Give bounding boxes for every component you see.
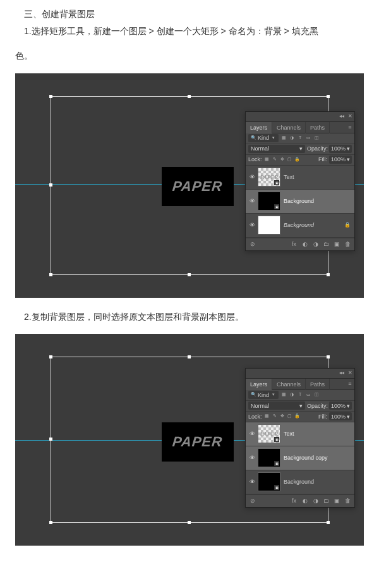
layer-name[interactable]: Background copy (282, 453, 352, 463)
layer-row-text[interactable]: 👁 PAPER ▣ Text (246, 166, 354, 190)
blend-mode-dropdown[interactable]: Normal ▾ (248, 401, 305, 410)
link-layers-icon[interactable]: ⊘ (248, 240, 256, 248)
layer-style-icon[interactable]: fx (290, 497, 298, 505)
lock-pixels-icon[interactable]: ▦ (264, 413, 270, 420)
resize-handle[interactable] (49, 273, 52, 276)
filter-smart-icon[interactable]: ◫ (313, 135, 320, 142)
lock-brush-icon[interactable]: ✎ (272, 157, 278, 163)
layer-name[interactable]: Background (282, 477, 352, 487)
visibility-toggle[interactable]: 👁 (248, 453, 256, 463)
layer-row-background-copy[interactable]: 👁 ▣ Background copy (246, 446, 354, 470)
filter-adjust-icon[interactable]: ◑ (289, 392, 295, 398)
filter-shape-icon[interactable]: ▭ (305, 135, 311, 142)
resize-handle[interactable] (188, 355, 191, 358)
kind-filter-dropdown[interactable]: 🔍 Kind ▾ (248, 134, 279, 142)
layer-name[interactable]: Text (282, 172, 352, 182)
filter-shape-icon[interactable]: ▭ (305, 392, 311, 398)
resize-handle[interactable] (49, 438, 52, 441)
lock-all-icon[interactable]: 🔒 (294, 157, 301, 163)
chevron-down-icon: ▾ (347, 144, 350, 154)
fill-label: Fill: (318, 154, 327, 164)
add-mask-icon[interactable]: ◐ (301, 240, 309, 248)
lock-artboard-icon[interactable]: ▢ (287, 157, 293, 163)
lock-position-icon[interactable]: ✥ (279, 157, 286, 163)
paper-text: PAPER (171, 429, 224, 455)
new-group-icon[interactable]: 🗀 (322, 497, 330, 505)
adjustment-layer-icon[interactable]: ◑ (311, 240, 320, 248)
chevron-down-icon: ▾ (347, 154, 350, 164)
collapse-icon[interactable]: ◂◂ (339, 370, 345, 376)
blend-mode-row: Normal ▾ Opacity: 100%▾ (246, 144, 354, 155)
lock-artboard-icon[interactable]: ▢ (287, 413, 293, 420)
fill-value-dropdown[interactable]: 100%▾ (329, 156, 352, 164)
delete-layer-icon[interactable]: 🗑 (344, 497, 352, 505)
lock-all-icon[interactable]: 🔒 (294, 413, 301, 420)
resize-handle[interactable] (49, 183, 52, 187)
search-icon: 🔍 (250, 135, 256, 142)
layer-row-background[interactable]: 👁 ▣ Background (246, 470, 354, 494)
resize-handle[interactable] (49, 355, 52, 358)
new-layer-icon[interactable]: ▣ (333, 497, 341, 505)
tab-paths[interactable]: Paths (306, 122, 330, 133)
lock-position-icon[interactable]: ✥ (279, 413, 286, 420)
resize-handle[interactable] (188, 273, 191, 276)
filter-image-icon[interactable]: ▦ (280, 392, 287, 398)
visibility-toggle[interactable]: 👁 (248, 196, 256, 206)
chevron-down-icon: ▾ (270, 392, 277, 398)
lock-row: Lock: ▦ ✎ ✥ ▢ 🔒 Fill: 100%▾ (246, 412, 354, 422)
visibility-toggle[interactable]: 👁 (248, 220, 256, 230)
canvas-preview: PAPER (162, 422, 234, 462)
resize-handle[interactable] (188, 521, 191, 524)
lock-brush-icon[interactable]: ✎ (272, 413, 278, 420)
layer-row-text[interactable]: 👁 PAPER ▣ Text (246, 422, 354, 446)
opacity-value-dropdown[interactable]: 100%▾ (329, 401, 352, 410)
opacity-value-dropdown[interactable]: 100%▾ (329, 145, 352, 153)
layer-name[interactable]: Background (282, 196, 352, 206)
filter-image-icon[interactable]: ▦ (280, 135, 287, 142)
layer-name[interactable]: Text (282, 429, 352, 439)
panel-menu-icon[interactable]: ≡ (346, 122, 354, 133)
link-layers-icon[interactable]: ⊘ (248, 497, 256, 505)
layer-row-bg-locked[interactable]: 👁 Background 🔒 (246, 214, 354, 238)
filter-type-icon[interactable]: T (297, 135, 303, 142)
resize-handle[interactable] (327, 273, 330, 276)
tab-paths[interactable]: Paths (306, 379, 330, 390)
filter-type-icon[interactable]: T (297, 392, 303, 398)
resize-handle[interactable] (49, 95, 52, 98)
collapse-icon[interactable]: ◂◂ (339, 113, 345, 119)
resize-handle[interactable] (327, 95, 330, 98)
resize-handle[interactable] (327, 521, 330, 524)
new-group-icon[interactable]: 🗀 (322, 240, 330, 248)
visibility-toggle[interactable]: 👁 (248, 429, 256, 439)
resize-handle[interactable] (188, 95, 191, 98)
tab-channels[interactable]: Channels (272, 122, 306, 133)
filter-smart-icon[interactable]: ◫ (313, 392, 320, 398)
tab-layers[interactable]: Layers (246, 379, 272, 390)
tab-channels[interactable]: Channels (272, 379, 306, 390)
new-layer-icon[interactable]: ▣ (333, 240, 341, 248)
close-icon[interactable]: ✕ (347, 113, 353, 119)
fill-value-dropdown[interactable]: 100%▾ (329, 412, 352, 420)
kind-filter-dropdown[interactable]: 🔍 Kind ▾ (248, 391, 279, 399)
lock-pixels-icon[interactable]: ▦ (264, 157, 270, 163)
visibility-toggle[interactable]: 👁 (248, 477, 256, 487)
tab-layers[interactable]: Layers (246, 122, 272, 133)
blend-mode-dropdown[interactable]: Normal ▾ (248, 145, 305, 153)
panel-footer: ⊘ fx ◐ ◑ 🗀 ▣ 🗑 (246, 494, 354, 507)
layer-row-background[interactable]: 👁 ▣ Background (246, 190, 354, 214)
layer-style-icon[interactable]: fx (290, 240, 298, 248)
filter-adjust-icon[interactable]: ◑ (289, 135, 295, 142)
resize-handle[interactable] (327, 355, 330, 358)
visibility-toggle[interactable]: 👁 (248, 172, 256, 182)
resize-handle[interactable] (49, 521, 52, 524)
adjustment-layer-icon[interactable]: ◑ (311, 497, 320, 505)
close-icon[interactable]: ✕ (347, 370, 353, 376)
layer-name[interactable]: Background (282, 220, 342, 230)
layer-thumbnail: ▣ (258, 192, 280, 211)
chevron-down-icon: ▾ (299, 401, 303, 411)
filter-row: 🔍 Kind ▾ ▦ ◑ T ▭ ◫ (246, 133, 354, 144)
add-mask-icon[interactable]: ◐ (301, 497, 309, 505)
panel-menu-icon[interactable]: ≡ (346, 379, 354, 389)
opacity-label: Opacity: (307, 144, 328, 154)
delete-layer-icon[interactable]: 🗑 (344, 240, 352, 248)
